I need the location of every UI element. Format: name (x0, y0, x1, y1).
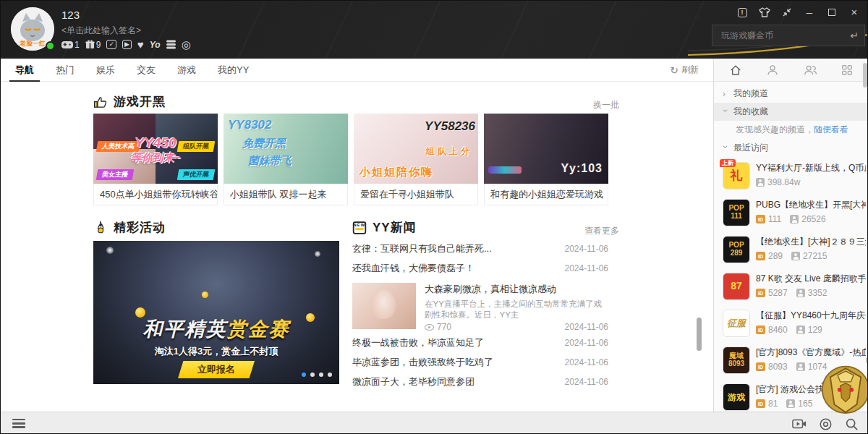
rgb-keyboard-glow (488, 166, 522, 174)
main-scrollbar-thumb[interactable] (697, 318, 702, 351)
navbar: 导航 热门 娱乐 交友 游戏 我的YY ↻ 刷新 (1, 59, 713, 82)
tab-friends[interactable]: 交友 (137, 64, 156, 77)
coins-badge[interactable] (166, 39, 176, 50)
card-image: 人美技术高 组队开黑 美女主播 声优开黑 YY450 等你到来~ (93, 114, 218, 184)
id-icon (756, 326, 765, 334)
carousel-dot[interactable] (319, 373, 323, 377)
sidebar-tab-row (714, 59, 868, 82)
thumbs-up-icon (93, 95, 108, 109)
signature-placeholder[interactable]: <单击此处输入签名> (61, 25, 141, 37)
tab-my-yy[interactable]: 我的YY (218, 64, 249, 77)
news-item[interactable]: 玄律：互联网只有我自己能弄死... 2024-11-06 (352, 242, 608, 255)
news-item[interactable]: 微凉面子大，老毕秒同意参团 2024-11-06 (352, 375, 608, 388)
tree-my-channels[interactable]: › 我的频道 (714, 85, 868, 103)
menu-icon[interactable] (12, 419, 25, 428)
game-card[interactable]: YY58236 组队上分 小姐姐陪你嗨 爱留在千寻小姐姐带队 (354, 114, 478, 205)
tab-hot[interactable]: 热门 (56, 64, 75, 77)
mini-mode-icon[interactable] (781, 7, 793, 18)
enter-icon[interactable]: ↵ (850, 30, 859, 41)
channel-item[interactable]: POP 111 PUBG【绝地求生】开黑[大神]全网第一 111 26526 (714, 194, 868, 231)
game-controller-badge[interactable]: 1 (61, 40, 80, 50)
person-icon (796, 362, 805, 371)
channel-item[interactable]: 礼 上新 YY福利大厅-新版上线，Q币皮肤免费领 398.84w (714, 157, 868, 194)
feedback-icon[interactable]: ! (736, 7, 748, 18)
heart-badge[interactable]: ♥ (137, 40, 144, 50)
viewer-count: 27215 (791, 251, 827, 261)
yy-client-window: 老脸一红 123 <单击此处输入签名> 1 (0, 0, 868, 434)
game-more-link[interactable]: 换一批 (593, 99, 619, 111)
game-card[interactable]: YY8302 免费开黑 菌妹带飞 小姐姐带队 双排一起来 (224, 114, 348, 205)
featured-news-excerpt: 在YY直播平台上，主播之间的互动常常充满了戏剧性和惊喜。近日，YY主 (425, 299, 608, 320)
card-image: YY8302 免费开黑 菌妹带飞 (224, 114, 348, 184)
discover-link[interactable]: 随便看看 (814, 124, 848, 136)
activity-section-header: 精彩活动 (93, 219, 166, 236)
carousel-dot[interactable] (328, 373, 332, 377)
friends-tab[interactable] (760, 61, 785, 79)
minimize-button[interactable]: – (804, 7, 815, 18)
controller-icon (61, 41, 73, 49)
badge-row: 1 9 ✓ ▶ ♥ Yo ◎ (61, 39, 191, 50)
maximize-button[interactable] (826, 7, 838, 18)
search-box: ↵ (712, 25, 865, 46)
refresh-button[interactable]: ↻ 刷新 (670, 59, 699, 81)
gift-icon (85, 40, 95, 49)
yo-badge[interactable]: Yo (150, 40, 161, 50)
news-section-header: NEW YY新闻 (352, 219, 417, 236)
game-card[interactable]: 人美技术高 组队开黑 美女主播 声优开黑 YY450 等你到来~ 450点单小姐… (93, 114, 218, 205)
groups-tab[interactable] (798, 61, 822, 79)
channel-icon: POP 111 (723, 199, 750, 226)
channel-icon: POP 289 (723, 236, 750, 263)
signup-button[interactable]: 立即报名 (178, 361, 255, 378)
viewer-count: 165 (786, 399, 812, 409)
carousel-dot[interactable] (302, 373, 306, 377)
tree-recent-visits[interactable]: › 最近访问 (714, 139, 868, 157)
online-status-dot[interactable] (46, 41, 55, 51)
tab-entertainment[interactable]: 娱乐 (96, 64, 115, 77)
channel-icon: 魔域 8093 (723, 346, 750, 374)
game-cards: 人美技术高 组队开黑 美女主播 声优开黑 YY450 等你到来~ 450点单小姐… (93, 114, 608, 205)
sidebar-scrollbar-thumb[interactable] (863, 63, 867, 88)
viewer-count: 3352 (796, 288, 827, 298)
channel-id: 111 (756, 214, 781, 224)
channel-item[interactable]: 征服 【征服】YY8460十九周年庆一起闯荡19 8460 129 (714, 305, 868, 341)
news-more-link[interactable]: 查看更多 (584, 225, 619, 237)
search-input[interactable] (720, 30, 850, 41)
channel-id: 81 (756, 399, 778, 409)
news-item[interactable]: 终极一战被击败，毕凉蓝知足了 2024-11-06 (352, 336, 608, 349)
id-icon (756, 252, 765, 260)
maximize-icon (828, 9, 835, 16)
channel-icon: 礼 上新 (723, 162, 750, 190)
activity-banner[interactable]: 和平精英赏金赛 淘汰1人得3元，赏金上不封顶 立即报名 (93, 241, 339, 384)
target-badge[interactable]: ◎ (182, 40, 191, 50)
video-icon[interactable] (792, 417, 807, 431)
featured-news-item[interactable]: 大森豪刷微凉，真相让微凉感动 在YY直播平台上，主播之间的互动常常充满了戏剧性和… (352, 283, 608, 332)
skin-theme-icon[interactable] (759, 7, 770, 18)
apps-grid-tab[interactable] (835, 61, 859, 79)
id-icon (756, 289, 765, 297)
home-tab[interactable] (723, 61, 748, 79)
play-badge[interactable]: ▶ (122, 40, 132, 49)
game-card[interactable]: Yy:103 和有趣的小姐姐恋爱玩游戏 (484, 114, 608, 205)
close-button[interactable]: × (848, 7, 860, 18)
tab-games[interactable]: 游戏 (177, 64, 196, 77)
card-caption: 小姐姐带队 双排一起来 (224, 184, 348, 205)
username[interactable]: 123 (61, 9, 80, 21)
person-icon (756, 178, 765, 187)
news-item[interactable]: 还我血汗钱，大佛要债磊子！ 2024-11-06 (352, 262, 608, 275)
channel-item[interactable]: 87 87 K歌 交友 Live 庞麟招歌手 首页排行 5287 3352 (714, 268, 868, 305)
featured-news-title: 大森豪刷微凉，真相让微凉感动 (425, 283, 608, 296)
tab-navigation[interactable]: 导航 (15, 64, 34, 77)
banner-subtitle: 淘汰1人得3元，赏金上不封顶 (93, 345, 339, 358)
check-badge[interactable]: ✓ (106, 40, 116, 49)
chevron-down-icon: › (720, 145, 731, 151)
channel-item[interactable]: POP 289 【绝地求生】[大神]２８９三角洲/联盟/ 289 27215 (714, 231, 868, 268)
carousel-dot[interactable] (310, 373, 315, 377)
news-item[interactable]: 毕凉蓝参团，击败强敌终于吃鸡了 2024-11-06 (352, 356, 608, 369)
medal-widget[interactable] (812, 355, 868, 422)
viewer-count: 26526 (790, 214, 825, 224)
carousel-dots (302, 373, 332, 377)
coins-icon (166, 43, 176, 46)
tree-my-favorites[interactable]: › 我的收藏 (714, 103, 868, 121)
card-caption: 450点单小姐姐带你玩转峡谷 (93, 184, 218, 205)
gift-badge[interactable]: 9 (85, 40, 101, 50)
